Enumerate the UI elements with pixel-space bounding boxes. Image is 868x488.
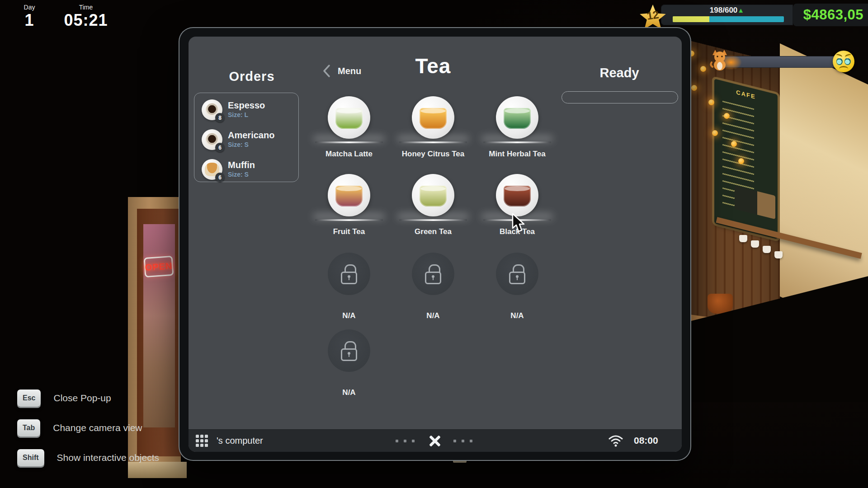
cafe-interior-scene: CAFE	[680, 23, 868, 398]
shortcut-change-camera: Tab Change camera view	[17, 419, 142, 436]
order-name: Espesso	[228, 100, 265, 111]
clock: Time 05:21	[63, 4, 108, 30]
honey-citrus-tea-icon	[412, 96, 454, 139]
lock-icon	[328, 329, 370, 372]
wifi-icon	[608, 434, 623, 449]
day-label: Day	[14, 4, 45, 11]
green-tea-icon	[412, 174, 454, 216]
menu-item-honey-citrus-tea[interactable]: Honey Citrus Tea	[391, 91, 475, 168]
menu-item-locked[interactable]: N/A	[307, 324, 391, 401]
shelf-glow	[315, 141, 383, 143]
menu-item-label: N/A	[342, 311, 355, 320]
string-light	[712, 130, 718, 136]
string-light	[731, 141, 737, 147]
tablet-clock: 08:00	[634, 435, 658, 446]
shift-keycap: Shift	[17, 449, 44, 466]
order-qty-badge: 6	[215, 143, 225, 152]
mouse-cursor	[511, 213, 530, 235]
string-light	[738, 158, 744, 164]
order-item-americano[interactable]: 6 Americano Size: S	[199, 127, 294, 153]
kettle	[708, 294, 733, 314]
money-value: $4863,05	[803, 7, 863, 23]
black-tea-icon	[496, 174, 538, 216]
order-size: Size: L	[228, 111, 248, 118]
back-to-menu-button[interactable]: Menu	[322, 62, 372, 80]
shortcut-show-objects: Shift Show interactive objects	[17, 449, 159, 466]
menu-item-label: Green Tea	[415, 227, 452, 236]
shelf-glow	[315, 219, 383, 221]
cafe-door: OPEN	[137, 209, 181, 456]
matcha-latte-icon	[328, 96, 370, 139]
menu-item-green-tea[interactable]: Green Tea	[391, 169, 475, 245]
open-sign-label: OPEN	[145, 260, 173, 272]
xp-progress-text: 198/600▲	[661, 6, 793, 15]
menu-item-label: N/A	[426, 311, 439, 320]
order-size: Size: S	[228, 141, 249, 148]
app-grid-icon[interactable]	[196, 435, 208, 447]
game-screen: OPEN CAFE	[0, 0, 868, 488]
shelf-glow	[399, 219, 467, 221]
mint-herbal-tea-icon	[496, 96, 538, 139]
page-title: Tea	[388, 54, 478, 78]
close-icon[interactable]	[427, 433, 443, 449]
menu-item-locked[interactable]: N/A	[475, 247, 559, 324]
order-item-muffin[interactable]: 6 Muffin Size: S	[199, 157, 294, 183]
cafe-exterior-scene: OPEN	[0, 0, 181, 488]
order-item-espesso[interactable]: 8 Espesso Size: L	[199, 98, 294, 123]
menu-item-label: Mint Herbal Tea	[489, 150, 545, 159]
menu-item-label: Fruit Tea	[333, 227, 365, 236]
ready-title: Ready	[574, 66, 665, 80]
fruit-tea-icon	[328, 174, 370, 216]
hanging-mug	[739, 235, 747, 242]
lock-icon	[496, 253, 538, 295]
xp-up-arrow-icon: ▲	[737, 6, 744, 14]
order-name: Muffin	[228, 160, 255, 170]
sad-face-icon	[833, 51, 854, 72]
menu-item-locked[interactable]: N/A	[307, 247, 391, 324]
time-value: 05:21	[63, 11, 108, 30]
dots-left-icon	[396, 440, 415, 442]
orders-panel: 8 Espesso Size: L 6 Americano Size: S 6 …	[194, 93, 299, 182]
menu-item-mint-herbal-tea[interactable]: Mint Herbal Tea	[475, 91, 559, 168]
dots-right-icon	[453, 440, 472, 442]
string-light	[700, 66, 706, 72]
shortcut-action: Change camera view	[53, 422, 142, 433]
tab-keycap: Tab	[17, 419, 40, 436]
menu-item-matcha-latte[interactable]: Matcha Latte	[307, 91, 391, 168]
shelf-glow	[483, 141, 551, 143]
string-light	[724, 113, 730, 119]
shortcut-close-popup: Esc Close Pop-up	[17, 389, 111, 407]
ready-queue-slot	[561, 91, 678, 103]
day-counter: Day 1	[14, 4, 45, 30]
menu-item-label: N/A	[510, 311, 524, 320]
shortcut-action: Show interactive objects	[57, 452, 159, 463]
menu-item-label: N/A	[342, 388, 355, 397]
xp-value: 198/600	[710, 6, 737, 14]
orders-title: Orders	[207, 69, 297, 84]
string-light	[691, 85, 697, 91]
money-panel: $4863,05	[793, 4, 868, 26]
hanging-mug	[774, 251, 783, 258]
lock-icon	[328, 253, 370, 295]
open-neon-sign: OPEN	[144, 256, 174, 277]
lock-icon	[412, 253, 454, 295]
menu-item-label: Honey Citrus Tea	[402, 150, 465, 159]
time-label: Time	[63, 4, 108, 11]
chevron-left-icon	[322, 64, 331, 78]
shelf-glow	[399, 141, 467, 143]
tablet-popup: Orders 8 Espesso Size: L 6 Americano Siz…	[179, 28, 690, 460]
cat-patience-bar	[722, 56, 850, 68]
menu-item-label: Matcha Latte	[326, 150, 373, 159]
menu-item-fruit-tea[interactable]: Fruit Tea	[307, 169, 391, 245]
xp-bar-fill	[673, 16, 709, 22]
menu-item-locked[interactable]: N/A	[391, 247, 475, 324]
tablet-screen: Orders 8 Espesso Size: L 6 Americano Siz…	[189, 37, 682, 452]
hanging-mug	[763, 246, 771, 253]
day-value: 1	[14, 11, 45, 30]
door-window: OPEN	[143, 224, 175, 427]
computer-owner-label: 's computer	[217, 436, 263, 446]
xp-bar-track	[673, 16, 784, 22]
xp-bar-panel: 198/600▲	[661, 5, 793, 25]
hanging-mug	[751, 240, 759, 248]
back-button-label: Menu	[338, 66, 361, 76]
